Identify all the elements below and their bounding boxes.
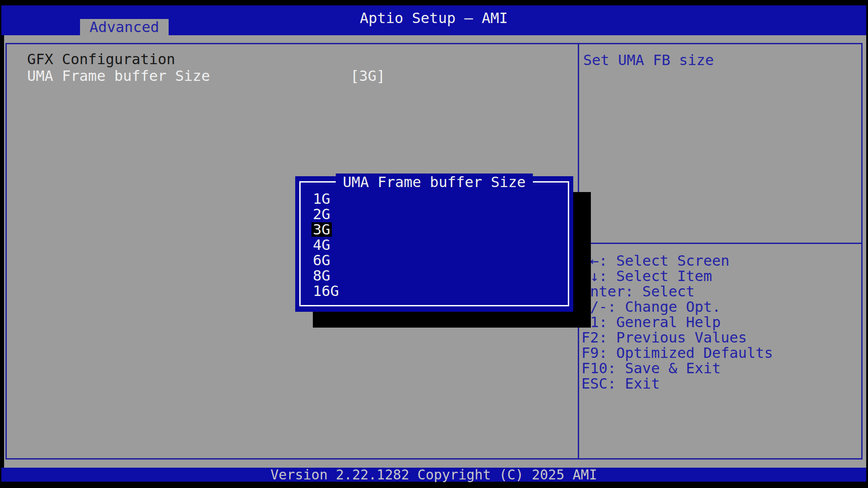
- popup-option-selected[interactable]: 3G: [313, 222, 339, 237]
- legend-line: Enter: Select: [581, 284, 773, 299]
- help-text: Set UMA FB size: [583, 52, 714, 69]
- bios-screen: Aptio Setup – AMI Advanced GFX Configura…: [0, 0, 868, 488]
- popup-option-label: 1G: [313, 190, 330, 207]
- popup-option-label: 2G: [313, 206, 330, 223]
- section-title-gfx-configuration: GFX Configuration: [27, 51, 175, 68]
- popup-option-label: 8G: [313, 267, 330, 284]
- legend-line: F10: Save & Exit: [581, 361, 773, 376]
- popup-uma-frame-buffer-size: UMA Frame buffer Size 1G2G3G4G6G8G16G: [295, 176, 573, 312]
- legend-line: F2: Previous Values: [581, 330, 773, 345]
- legend-line: →←: Select Screen: [581, 253, 773, 268]
- popup-option-label: 3G: [311, 222, 332, 237]
- item-label: UMA Frame buffer Size: [27, 67, 210, 84]
- tab-advanced[interactable]: Advanced: [80, 19, 169, 35]
- legend-line: ↑↓: Select Item: [581, 268, 773, 284]
- popup-option[interactable]: 8G: [313, 268, 339, 283]
- popup-option-label: 4G: [313, 236, 330, 253]
- popup-options: 1G2G3G4G6G8G16G: [313, 191, 339, 299]
- version-text: Version 2.22.1282 Copyright (C) 2025 AMI: [1, 468, 866, 482]
- legend-line: F1: General Help: [581, 314, 773, 330]
- item-value: [3G]: [350, 67, 385, 84]
- popup-title: UMA Frame buffer Size: [335, 174, 533, 191]
- popup-option-label: 16G: [313, 282, 339, 300]
- popup-option-label: 6G: [313, 252, 330, 269]
- popup-inner-border: [299, 181, 569, 306]
- popup-option[interactable]: 2G: [313, 206, 339, 222]
- item-uma-frame-buffer-size[interactable]: UMA Frame buffer Size [3G]: [7, 67, 578, 84]
- legend-line: F9: Optimized Defaults: [581, 345, 773, 361]
- popup-option[interactable]: 16G: [313, 283, 339, 299]
- popup-option[interactable]: 4G: [313, 237, 339, 253]
- popup-option[interactable]: 6G: [313, 253, 339, 268]
- popup-option[interactable]: 1G: [313, 191, 339, 206]
- footer-bar: Version 2.22.1282 Copyright (C) 2025 AMI: [1, 468, 866, 482]
- legend-line: ESC: Exit: [581, 376, 773, 391]
- legend-divider: [579, 243, 863, 244]
- header-bar: Aptio Setup – AMI Advanced: [1, 5, 866, 35]
- key-legend: →←: Select Screen↑↓: Select ItemEnter: S…: [581, 253, 773, 391]
- legend-line: +/-: Change Opt.: [581, 299, 773, 314]
